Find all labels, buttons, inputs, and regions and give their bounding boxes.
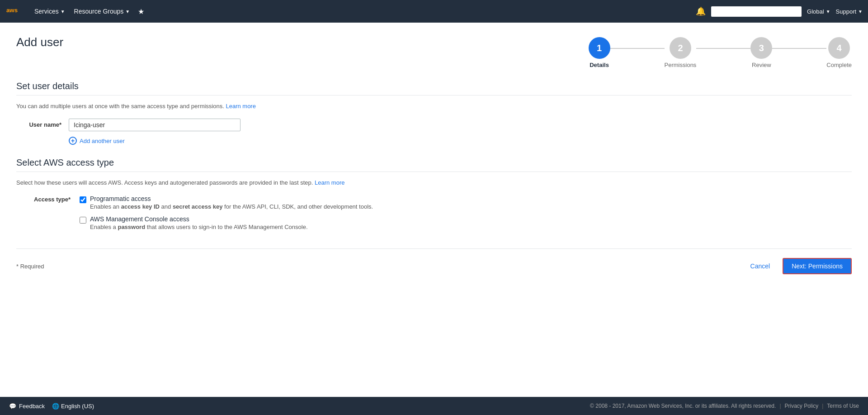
programmatic-access-option: Programmatic access Enables an access ke… xyxy=(80,195,373,210)
page-header: Add user 1 Details 2 Permissions xyxy=(16,35,852,68)
console-access-option: AWS Management Console access Enables a … xyxy=(80,215,373,230)
step-4-label: Complete xyxy=(826,62,852,68)
programmatic-access-desc: Enables an access key ID and secret acce… xyxy=(90,203,373,210)
step-1: 1 Details xyxy=(589,37,610,68)
access-type-label: Access type* xyxy=(16,195,71,203)
support-chevron-icon: ▼ xyxy=(858,9,863,14)
step-2: 2 Permissions xyxy=(665,37,697,68)
section-divider-2 xyxy=(16,172,852,172)
feedback-label: Feedback xyxy=(19,403,45,410)
console-access-checkbox[interactable] xyxy=(80,217,86,224)
step-1-circle: 1 xyxy=(589,37,610,59)
language-selector[interactable]: 🌐 English (US) xyxy=(52,403,94,410)
resource-groups-chevron-icon: ▼ xyxy=(125,9,130,14)
region-selector[interactable]: Global ▼ xyxy=(807,8,830,15)
topnav-right-section: 🔔 Global ▼ Support ▼ xyxy=(696,6,863,17)
step-2-number: 2 xyxy=(678,43,683,53)
step-connector-3-4 xyxy=(772,48,826,49)
notification-bell-icon[interactable]: 🔔 xyxy=(696,6,706,16)
language-globe-icon: 🌐 xyxy=(52,403,59,410)
add-another-user-label: Add another user xyxy=(80,138,125,144)
step-2-circle: 2 xyxy=(670,37,691,59)
favorites-icon[interactable]: ★ xyxy=(134,7,148,16)
console-access-title: AWS Management Console access xyxy=(90,215,308,223)
user-name-row: User name* xyxy=(16,119,852,131)
required-note: * Required xyxy=(16,263,44,270)
set-user-details-desc: You can add multiple users at once with … xyxy=(16,103,852,110)
access-type-desc: Select how these users will access AWS. … xyxy=(16,179,852,186)
services-label: Services xyxy=(34,8,59,15)
console-access-content: AWS Management Console access Enables a … xyxy=(90,215,308,230)
step-connector-2-3 xyxy=(696,48,750,49)
add-another-user-link[interactable]: + Add another user xyxy=(69,137,852,145)
step-1-number: 1 xyxy=(597,43,602,53)
region-chevron-icon: ▼ xyxy=(826,9,830,14)
console-access-desc: Enables a password that allows users to … xyxy=(90,224,308,230)
access-type-section: Select AWS access type Select how these … xyxy=(16,157,852,230)
feedback-chat-icon: 💬 xyxy=(9,403,16,410)
resource-groups-menu[interactable]: Resource Groups ▼ xyxy=(70,0,135,23)
step-4-circle: 4 xyxy=(828,37,850,59)
wizard-stepper: 1 Details 2 Permissions 3 Review xyxy=(589,37,852,68)
services-chevron-icon: ▼ xyxy=(61,9,65,14)
programmatic-access-title: Programmatic access xyxy=(90,195,373,202)
terms-of-use-link[interactable]: Terms of Use xyxy=(827,403,859,409)
services-menu[interactable]: Services ▼ xyxy=(30,0,70,23)
programmatic-access-content: Programmatic access Enables an access ke… xyxy=(90,195,373,210)
step-3-number: 3 xyxy=(759,43,764,53)
page-title: Add user xyxy=(16,35,63,49)
copyright-text: © 2008 - 2017, Amazon Web Services, Inc.… xyxy=(590,403,776,409)
section-divider-1 xyxy=(16,95,852,95)
access-type-title: Select AWS access type xyxy=(16,157,852,168)
resource-groups-label: Resource Groups xyxy=(74,8,124,15)
step-1-label: Details xyxy=(590,62,609,68)
action-buttons: Cancel Next: Permissions xyxy=(745,258,852,274)
main-content: Add user 1 Details 2 Permissions xyxy=(0,23,868,397)
aws-logo[interactable]: aws xyxy=(5,5,23,18)
user-name-label: User name* xyxy=(16,119,61,128)
language-label: English (US) xyxy=(61,403,94,410)
footer-actions: * Required Cancel Next: Permissions xyxy=(16,248,852,274)
support-label: Support xyxy=(836,8,857,15)
step-2-label: Permissions xyxy=(665,62,697,68)
add-user-plus-icon: + xyxy=(69,137,77,145)
set-user-details-section: Set user details You can add multiple us… xyxy=(16,81,852,145)
step-4-number: 4 xyxy=(837,43,842,53)
cancel-button[interactable]: Cancel xyxy=(745,259,776,273)
step-3-label: Review xyxy=(752,62,771,68)
step-4: 4 Complete xyxy=(826,37,852,68)
access-type-desc-text: Select how these users will access AWS. … xyxy=(16,179,313,186)
user-name-input[interactable] xyxy=(69,119,241,131)
svg-text:aws: aws xyxy=(6,7,18,14)
feedback-button[interactable]: 💬 Feedback xyxy=(9,403,45,410)
access-type-learn-more-link[interactable]: Learn more xyxy=(315,179,344,186)
programmatic-access-checkbox[interactable] xyxy=(80,196,86,203)
support-menu[interactable]: Support ▼ xyxy=(836,8,863,15)
set-user-details-learn-more-link[interactable]: Learn more xyxy=(226,103,255,110)
next-permissions-button[interactable]: Next: Permissions xyxy=(783,258,852,274)
bottom-bar: 💬 Feedback 🌐 English (US) © 2008 - 2017,… xyxy=(0,397,868,415)
set-user-details-desc-text: You can add multiple users at once with … xyxy=(16,103,224,110)
privacy-policy-link[interactable]: Privacy Policy xyxy=(785,403,819,409)
bottombar-left: 💬 Feedback 🌐 English (US) xyxy=(9,403,94,410)
access-options-container: Programmatic access Enables an access ke… xyxy=(80,195,373,230)
step-connector-1-2 xyxy=(610,48,665,49)
step-3-circle: 3 xyxy=(750,37,772,59)
step-3: 3 Review xyxy=(750,37,772,68)
access-type-row: Access type* Programmatic access Enables… xyxy=(16,195,852,230)
region-label: Global xyxy=(807,8,824,15)
topnav-search-input[interactable] xyxy=(711,6,802,17)
set-user-details-title: Set user details xyxy=(16,81,852,91)
top-navigation: aws Services ▼ Resource Groups ▼ ★ 🔔 Glo… xyxy=(0,0,868,23)
bottombar-right: © 2008 - 2017, Amazon Web Services, Inc.… xyxy=(590,403,859,409)
